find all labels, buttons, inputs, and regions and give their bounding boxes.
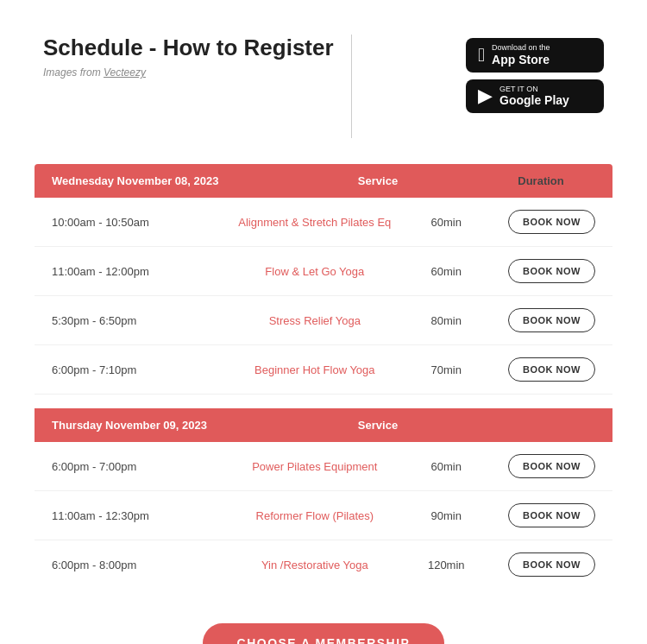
book-now-button-0-3[interactable]: BOOK NOW: [508, 357, 595, 382]
class-time-1-0: 6:00pm - 7:00pm: [52, 460, 227, 473]
book-col-1-2: BOOK NOW: [490, 552, 595, 577]
day-date-0: Wednesday November 08, 2023: [52, 174, 269, 187]
class-service-0-0: Alignment & Stretch Pilates Eq: [227, 216, 402, 229]
google-badge-text: GET IT ON Google Play: [499, 85, 569, 109]
apple-icon: : [478, 44, 485, 66]
book-col-0-3: BOOK NOW: [490, 357, 595, 382]
class-time-1-2: 6:00pm - 8:00pm: [52, 559, 227, 571]
schedule-row-1-1: 11:00am - 12:30pm Reformer Flow (Pilates…: [35, 491, 612, 540]
apple-store-badge[interactable]:  Download on the App Store: [466, 38, 604, 73]
day-header-0: Wednesday November 08, 2023 Service Dura…: [35, 164, 612, 198]
class-duration-0-3: 70min: [402, 363, 490, 376]
book-col-0-2: BOOK NOW: [490, 308, 595, 332]
header-divider: [351, 35, 352, 138]
apple-badge-text: Download on the App Store: [492, 43, 550, 67]
service-col-header-0: Service: [269, 174, 487, 187]
class-duration-0-0: 60min: [402, 216, 490, 229]
class-time-0-0: 10:00am - 10:50am: [52, 216, 227, 229]
header-left: Schedule - How to Register Images from V…: [43, 35, 334, 79]
choose-membership-button[interactable]: CHOOSE A MEMBERSHIP: [203, 623, 445, 644]
class-time-0-2: 5:30pm - 6:50pm: [52, 314, 227, 327]
class-time-0-1: 11:00am - 12:00pm: [52, 265, 227, 278]
google-play-icon: ▶: [478, 85, 493, 107]
attribution: Images from Vecteezy: [43, 66, 334, 79]
class-duration-0-1: 60min: [402, 265, 490, 278]
page-title: Schedule - How to Register: [43, 35, 334, 61]
class-duration-1-2: 120min: [402, 559, 490, 571]
book-now-button-1-0[interactable]: BOOK NOW: [508, 454, 595, 478]
book-now-button-1-2[interactable]: BOOK NOW: [508, 552, 595, 577]
class-service-0-2: Stress Relief Yoga: [227, 314, 402, 327]
schedule-row-0-0: 10:00am - 10:50am Alignment & Stretch Pi…: [35, 198, 612, 247]
book-col-0-1: BOOK NOW: [490, 259, 595, 283]
schedule-row-1-0: 6:00pm - 7:00pm Power Pilates Equipment …: [35, 442, 612, 491]
book-col-1-1: BOOK NOW: [490, 503, 595, 527]
class-duration-1-0: 60min: [402, 460, 490, 473]
class-service-0-3: Beginner Hot Flow Yoga: [227, 363, 402, 376]
book-col-0-0: BOOK NOW: [490, 210, 595, 234]
duration-col-header-0: Duration: [487, 174, 595, 187]
schedule-row-0-1: 11:00am - 12:00pm Flow & Let Go Yoga 60m…: [35, 247, 612, 296]
app-store-badges:  Download on the App Store ▶ GET IT ON …: [466, 38, 604, 113]
class-time-1-1: 11:00am - 12:30pm: [52, 509, 227, 522]
schedule-table: Wednesday November 08, 2023 Service Dura…: [35, 164, 612, 589]
schedule-row-0-3: 6:00pm - 7:10pm Beginner Hot Flow Yoga 7…: [35, 345, 612, 395]
day-date-1: Thursday November 09, 2023: [52, 419, 269, 432]
service-col-header-1: Service: [269, 419, 487, 432]
schedule-row-1-2: 6:00pm - 8:00pm Yin /Restorative Yoga 12…: [35, 540, 612, 589]
attribution-prefix: Images from: [43, 66, 104, 79]
book-col-1-0: BOOK NOW: [490, 454, 595, 478]
book-now-button-1-1[interactable]: BOOK NOW: [508, 503, 595, 527]
page-header: Schedule - How to Register Images from V…: [0, 0, 647, 155]
class-duration-0-2: 80min: [402, 314, 490, 327]
book-now-button-0-2[interactable]: BOOK NOW: [508, 308, 595, 332]
duration-col-header-1: [487, 419, 595, 432]
membership-section: CHOOSE A MEMBERSHIP: [0, 606, 647, 644]
section-gap: [35, 395, 612, 408]
schedule-row-0-2: 5:30pm - 6:50pm Stress Relief Yoga 80min…: [35, 296, 612, 345]
book-now-button-0-1[interactable]: BOOK NOW: [508, 259, 595, 283]
class-service-1-2: Yin /Restorative Yoga: [227, 559, 402, 571]
class-service-1-1: Reformer Flow (Pilates): [227, 509, 402, 522]
class-time-0-3: 6:00pm - 7:10pm: [52, 363, 227, 376]
class-duration-1-1: 90min: [402, 509, 490, 522]
class-service-1-0: Power Pilates Equipment: [227, 460, 402, 473]
google-play-badge[interactable]: ▶ GET IT ON Google Play: [466, 79, 604, 114]
day-header-1: Thursday November 09, 2023 Service: [35, 408, 612, 442]
attribution-link[interactable]: Vecteezy: [104, 66, 146, 79]
book-now-button-0-0[interactable]: BOOK NOW: [508, 210, 595, 234]
class-service-0-1: Flow & Let Go Yoga: [227, 265, 402, 278]
